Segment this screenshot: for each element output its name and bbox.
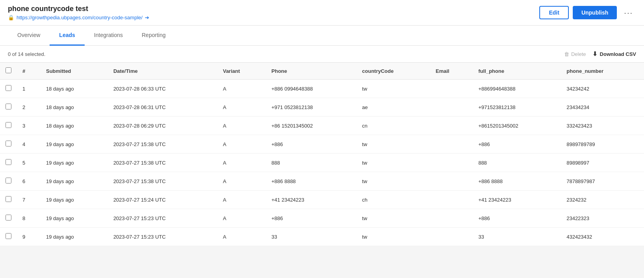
cell-datetime: 2023-07-27 15:38 UTC [108,172,217,191]
delete-button[interactable]: 🗑 Delete [564,51,586,57]
cell-phone-number: 23434234 [561,98,644,117]
select-all-checkbox[interactable] [6,67,11,73]
row-checkbox[interactable] [6,215,11,221]
top-bar-left: phone countrycode test 🔒 https://growthp… [8,5,149,20]
row-checkbox[interactable] [6,178,11,183]
cell-submitted: 19 days ago [41,209,108,228]
cell-variant: A [217,209,266,228]
tab-leads[interactable]: Leads [50,26,84,46]
row-checkbox-cell[interactable] [0,98,17,117]
cell-phone-number: 7878897987 [561,172,644,191]
row-checkbox-cell[interactable] [0,154,17,172]
cell-variant: A [217,98,266,117]
col-header-email: Email [430,63,473,80]
cell-phone: +41 23424223 [266,191,357,209]
row-checkbox-cell[interactable] [0,172,17,191]
tab-reporting[interactable]: Reporting [132,26,175,46]
cell-countrycode: ae [357,98,430,117]
col-header-id: # [17,63,41,80]
cell-datetime: 2023-07-28 06:29 UTC [108,117,217,135]
cell-id: 9 [17,228,41,246]
row-checkbox-cell[interactable] [0,191,17,209]
col-header-countrycode: countryCode [357,63,430,80]
cell-full-phone: +886 8888 [473,172,561,191]
col-header-submitted: Submitted [41,63,108,80]
cell-phone: 888 [266,154,357,172]
row-checkbox[interactable] [6,85,11,91]
tab-overview[interactable]: Overview [8,26,50,46]
cell-id: 5 [17,154,41,172]
cell-phone-number: 432423432 [561,228,644,246]
download-label: Download CSV [600,51,636,57]
cell-phone: +971 0523812138 [266,98,357,117]
leads-table: # Submitted Date/Time Variant Phone coun… [0,63,644,246]
table-row: 8 19 days ago 2023-07-27 15:23 UTC A +88… [0,209,644,228]
row-checkbox[interactable] [6,233,11,239]
top-bar: phone countrycode test 🔒 https://growthp… [0,0,644,26]
cell-full-phone: 888 [473,154,561,172]
table-row: 4 19 days ago 2023-07-27 15:38 UTC A +88… [0,135,644,154]
cell-countrycode: tw [357,135,430,154]
row-checkbox[interactable] [6,141,11,146]
cell-full-phone: +41 23424223 [473,191,561,209]
delete-label: Delete [571,51,586,57]
row-checkbox-cell[interactable] [0,209,17,228]
leads-toolbar: 0 of 14 selected. 🗑 Delete ⬇ Download CS… [0,46,644,63]
cell-full-phone: +886 [473,135,561,154]
row-checkbox-cell[interactable] [0,228,17,246]
col-header-phone: Phone [266,63,357,80]
table-row: 6 19 days ago 2023-07-27 15:38 UTC A +88… [0,172,644,191]
cell-phone-number: 34234242 [561,80,644,98]
cell-countrycode: ch [357,191,430,209]
cell-variant: A [217,228,266,246]
cell-countrycode: cn [357,117,430,135]
row-checkbox[interactable] [6,122,11,128]
cell-email [430,154,473,172]
page-title: phone countrycode test [8,5,149,13]
cell-submitted: 19 days ago [41,172,108,191]
cell-countrycode: tw [357,172,430,191]
row-checkbox-cell[interactable] [0,117,17,135]
col-header-full-phone: full_phone [473,63,561,80]
cell-full-phone: +8615201345002 [473,117,561,135]
cell-countrycode: tw [357,154,430,172]
tab-integrations[interactable]: Integrations [85,26,132,46]
more-options-button[interactable]: ··· [621,7,636,19]
cell-phone: +886 0994648388 [266,80,357,98]
cell-countrycode: tw [357,80,430,98]
row-checkbox[interactable] [6,196,11,202]
unpublish-button[interactable]: Unpublish [573,6,617,19]
cell-id: 8 [17,209,41,228]
table-row: 5 19 days ago 2023-07-27 15:38 UTC A 888… [0,154,644,172]
content-area: 0 of 14 selected. 🗑 Delete ⬇ Download CS… [0,46,644,246]
cell-full-phone: +886994648388 [473,80,561,98]
select-all-header[interactable] [0,63,17,80]
cell-id: 3 [17,117,41,135]
row-checkbox[interactable] [6,104,11,109]
row-checkbox[interactable] [6,159,11,165]
tabs-bar: Overview Leads Integrations Reporting [0,26,644,46]
cell-countrycode: tw [357,228,430,246]
page-url-link[interactable]: https://growthpedia.ubpages.com/country-… [17,15,142,20]
cell-variant: A [217,172,266,191]
top-bar-right: Edit Unpublish ··· [539,6,636,19]
cell-datetime: 2023-07-27 15:23 UTC [108,209,217,228]
col-header-phone-number: phone_number [561,63,644,80]
cell-datetime: 2023-07-28 06:31 UTC [108,98,217,117]
download-csv-button[interactable]: ⬇ Download CSV [592,50,636,57]
cell-datetime: 2023-07-27 15:38 UTC [108,135,217,154]
cell-id: 2 [17,98,41,117]
row-checkbox-cell[interactable] [0,135,17,154]
download-icon: ⬇ [592,50,598,57]
cell-full-phone: +971523812138 [473,98,561,117]
cell-full-phone: +886 [473,209,561,228]
cell-phone-number: 332423423 [561,117,644,135]
cell-email [430,98,473,117]
external-link-icon[interactable]: ➔ [145,15,149,20]
row-checkbox-cell[interactable] [0,80,17,98]
edit-button[interactable]: Edit [539,6,568,19]
cell-email [430,172,473,191]
cell-email [430,135,473,154]
cell-phone: +886 [266,135,357,154]
cell-datetime: 2023-07-28 06:33 UTC [108,80,217,98]
